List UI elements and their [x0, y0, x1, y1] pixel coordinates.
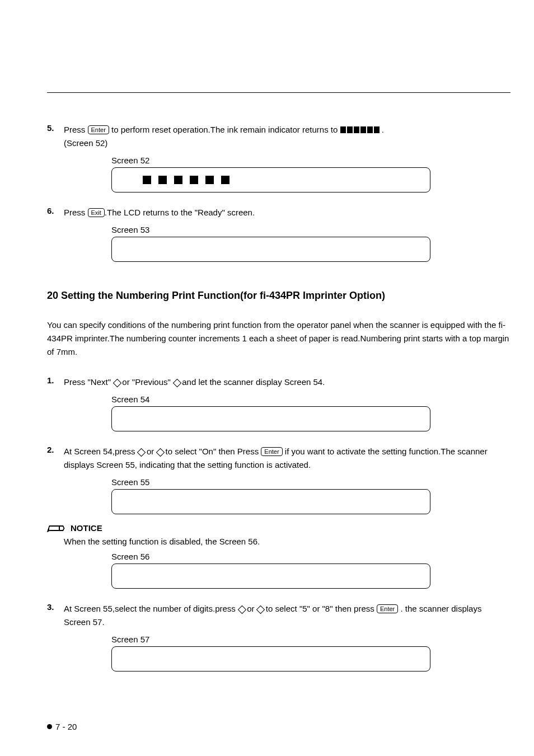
step-1-block: 1. Press "Next" or "Previous" and let th…: [47, 375, 510, 431]
step-number: 5.: [47, 123, 64, 150]
enter-key-icon: Enter: [261, 447, 282, 456]
diamond-icon: [173, 379, 180, 386]
diamond-icon: [257, 605, 264, 612]
text: At Screen 54,press: [64, 447, 138, 456]
step-2-block: 2. At Screen 54,press or to select "On" …: [47, 445, 510, 514]
svg-rect-2: [59, 525, 60, 531]
step-3: 3. At Screen 55,select the number of dig…: [47, 602, 510, 629]
step-number: 3.: [47, 602, 64, 629]
step-number: 6.: [47, 206, 64, 219]
text: Press: [64, 208, 88, 217]
diamond-icon: [113, 379, 120, 386]
step-number: 1.: [47, 375, 64, 389]
step-3-block: 3. At Screen 55,select the number of dig…: [47, 602, 510, 672]
text: to select "On" then Press: [163, 447, 261, 456]
diamond-icon: [156, 448, 163, 455]
screen-56-box: [111, 564, 430, 589]
text: to select "5" or "8" then press: [264, 604, 377, 613]
text: At Screen 55,select the number of digits…: [64, 604, 238, 613]
screen-57-label: Screen 57: [111, 635, 510, 644]
step-6-block: 6. Press Exit.The LCD returns to the "Re…: [47, 206, 510, 262]
bullet-icon: [47, 724, 52, 729]
step-body: Press "Next" or "Previous" and let the s…: [64, 375, 510, 389]
screen-52-box: [111, 167, 430, 192]
notice-label: NOTICE: [71, 523, 102, 533]
text: .The LCD returns to the "Ready" screen.: [105, 208, 255, 217]
screen-55-box: [111, 489, 430, 514]
screen-55-label: Screen 55: [111, 477, 510, 487]
text: (Screen 52): [64, 137, 510, 150]
step-body: At Screen 54,press or to select "On" the…: [64, 445, 510, 472]
text: and let the scanner display Screen 54.: [180, 377, 325, 387]
step-body: At Screen 55,select the number of digits…: [64, 602, 510, 629]
enter-key-icon: Enter: [88, 125, 109, 134]
enter-key-icon: Enter: [377, 604, 398, 613]
screen-54-box: [111, 406, 430, 431]
step-body: Press Exit.The LCD returns to the "Ready…: [64, 206, 510, 219]
exit-key-icon: Exit: [88, 208, 105, 217]
step-body: Press Enter to perform reset operation.T…: [64, 123, 510, 150]
screen-52-label: Screen 52: [111, 156, 510, 165]
step-2: 2. At Screen 54,press or to select "On" …: [47, 445, 510, 472]
step-5: 5. Press Enter to perform reset operatio…: [47, 123, 510, 150]
notice-block: NOTICE When the setting function is disa…: [47, 522, 510, 589]
step-number: 2.: [47, 445, 64, 472]
notice-text: When the setting function is disabled, t…: [64, 537, 510, 546]
screen-56-label: Screen 56: [111, 552, 510, 561]
step-1: 1. Press "Next" or "Previous" and let th…: [47, 375, 510, 389]
diamond-icon: [138, 448, 144, 455]
screen-53-box: [111, 237, 430, 262]
text: Press: [64, 125, 88, 134]
section-heading: 20 Setting the Numbering Print Function(…: [47, 290, 510, 302]
text: or "Previous": [120, 377, 173, 387]
screen-57-box: [111, 646, 430, 672]
page-footer: 7 - 20: [47, 722, 77, 731]
notice-header: NOTICE: [46, 522, 510, 533]
text: .: [380, 125, 384, 134]
ink-bars-icon: [143, 176, 229, 184]
text: Press "Next": [64, 377, 113, 387]
ink-indicator-icon: [340, 126, 380, 133]
intro-paragraph: You can specify conditions of the number…: [47, 318, 510, 359]
text: or: [144, 447, 157, 456]
top-rule: [47, 92, 510, 93]
step-6: 6. Press Exit.The LCD returns to the "Re…: [47, 206, 510, 219]
svg-marker-3: [47, 525, 49, 532]
step-5-block: 5. Press Enter to perform reset operatio…: [47, 123, 510, 192]
screen-53-label: Screen 53: [111, 225, 510, 234]
page-content: 5. Press Enter to perform reset operatio…: [47, 123, 510, 685]
text: or: [245, 604, 257, 613]
pencil-icon: [46, 522, 66, 533]
screen-54-label: Screen 54: [111, 395, 510, 404]
page-number: 7 - 20: [55, 722, 77, 731]
diamond-icon: [238, 605, 245, 612]
text: to perform reset operation.The ink remai…: [109, 125, 340, 134]
